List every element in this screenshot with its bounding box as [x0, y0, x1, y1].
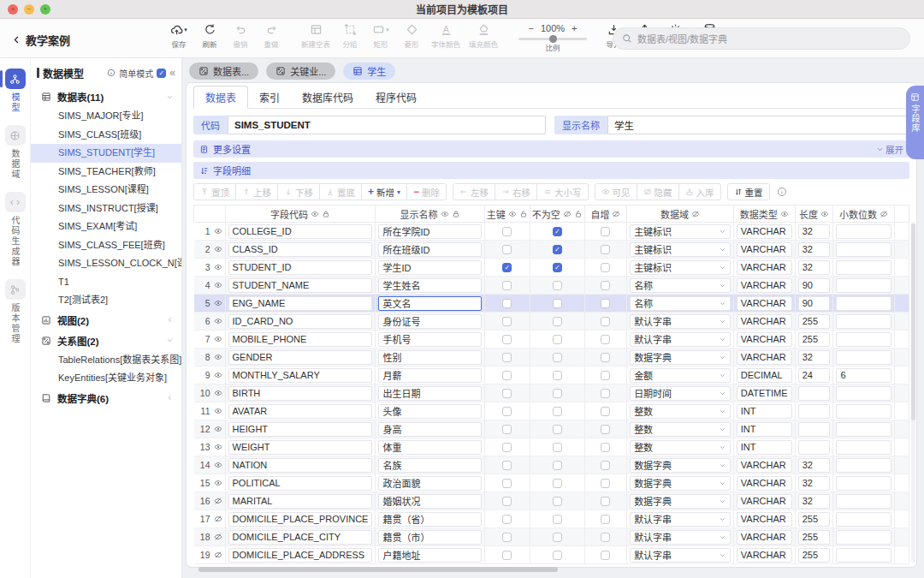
- field-code-input[interactable]: GENDER: [228, 350, 373, 365]
- global-search-input[interactable]: 数据表/视图/数据字典: [613, 27, 910, 50]
- eye-icon[interactable]: [214, 425, 222, 433]
- data-domain-select[interactable]: 日期时间: [630, 386, 731, 401]
- field-code-input[interactable]: HEIGHT: [228, 422, 373, 437]
- auto-increment-checkbox[interactable]: [601, 461, 610, 470]
- field-name-input[interactable]: 英文名: [378, 296, 481, 311]
- scale-input[interactable]: [836, 314, 891, 329]
- field-row-MONTHLY_SALARY[interactable]: 9MONTHLY_SALARY月薪金额DECIMAL246: [194, 366, 909, 384]
- data-type-input[interactable]: DATETIME: [737, 386, 792, 401]
- field-code-input[interactable]: WEIGHT: [228, 440, 373, 455]
- auto-increment-checkbox[interactable]: [601, 281, 610, 290]
- not-null-checkbox[interactable]: [553, 425, 562, 434]
- zoom-out-button[interactable]: −: [528, 23, 533, 33]
- tree-item[interactable]: KeyEntities[关键业务对象]: [31, 369, 181, 388]
- field-name-input[interactable]: 头像: [378, 404, 481, 419]
- field-code-input[interactable]: STUDENT_NAME: [228, 278, 373, 293]
- column-header-数据域[interactable]: 数据域: [627, 206, 734, 223]
- auto-increment-checkbox[interactable]: [601, 263, 610, 272]
- length-input[interactable]: [798, 386, 831, 401]
- field-row-DOMICILE_PLACE_ADDRESS[interactable]: 19DOMICILE_PLACE_ADDRESS户籍地址默认字串VARCHAR2…: [194, 546, 909, 564]
- auto-increment-checkbox[interactable]: [601, 227, 610, 236]
- eye-icon[interactable]: [820, 210, 829, 218]
- auto-increment-checkbox[interactable]: [601, 353, 610, 362]
- not-null-checkbox[interactable]: [553, 335, 562, 344]
- diamond-button[interactable]: 菱形: [399, 22, 424, 49]
- eye-icon[interactable]: [214, 407, 222, 415]
- grid-button-入库[interactable]: 入库: [679, 183, 721, 200]
- detail-tab-程序代码[interactable]: 程序代码: [364, 86, 428, 108]
- unlock-icon[interactable]: [574, 210, 583, 218]
- scale-input[interactable]: 6: [836, 368, 891, 383]
- display-name-input[interactable]: 学生: [607, 116, 909, 134]
- scale-input[interactable]: [836, 332, 891, 347]
- scale-input[interactable]: [836, 278, 891, 293]
- field-name-input[interactable]: 出生日期: [378, 386, 481, 401]
- eye-icon[interactable]: [214, 317, 222, 325]
- back-project-button[interactable]: 教学案例: [12, 32, 70, 48]
- data-domain-select[interactable]: 主键标识: [630, 260, 731, 275]
- not-null-checkbox[interactable]: [553, 551, 562, 560]
- primary-key-checkbox[interactable]: [502, 443, 512, 452]
- field-name-input[interactable]: 身高: [378, 422, 481, 437]
- field-code-input[interactable]: DOMICILE_PLACE_PROVINCE: [228, 512, 373, 527]
- auto-increment-checkbox[interactable]: [601, 335, 610, 344]
- auto-increment-checkbox[interactable]: [601, 407, 610, 416]
- field-row-AVATAR[interactable]: 11AVATAR头像整数INT: [194, 402, 909, 420]
- rail-item-version-manage[interactable]: 版本管理: [0, 279, 30, 344]
- tree-section-views[interactable]: 视图(2): [31, 310, 181, 331]
- auto-increment-checkbox[interactable]: [601, 425, 610, 434]
- length-input[interactable]: 255: [798, 530, 831, 545]
- tree-item[interactable]: T1: [31, 273, 181, 292]
- primary-key-checkbox[interactable]: [502, 317, 512, 326]
- length-input[interactable]: 24: [798, 368, 831, 383]
- not-null-checkbox[interactable]: [553, 371, 562, 380]
- eye-icon[interactable]: [214, 227, 222, 235]
- not-null-checkbox[interactable]: [553, 245, 562, 254]
- data-type-input[interactable]: VARCHAR: [737, 476, 792, 491]
- eye-off-icon[interactable]: [214, 497, 222, 505]
- data-domain-select[interactable]: 整数: [630, 404, 731, 419]
- not-null-checkbox[interactable]: [553, 317, 562, 326]
- primary-key-checkbox[interactable]: [502, 533, 512, 542]
- data-type-input[interactable]: VARCHAR: [737, 260, 792, 275]
- length-input[interactable]: [798, 404, 831, 419]
- not-null-checkbox[interactable]: [553, 407, 562, 416]
- data-type-input[interactable]: VARCHAR: [737, 530, 792, 545]
- grid-button-可见[interactable]: 可见: [595, 183, 637, 200]
- field-row-DOMICILE_PLACE_CITY[interactable]: 18DOMICILE_PLACE_CITY籍贯（市）默认字串VARCHAR255: [194, 528, 909, 546]
- chevron-down-icon[interactable]: [719, 408, 726, 415]
- field-name-input[interactable]: 婚姻状况: [378, 494, 481, 509]
- tree-item[interactable]: TableRelations[数据表关系图]: [31, 351, 181, 370]
- chevron-down-icon[interactable]: [719, 480, 726, 487]
- grid-button-大小写[interactable]: 大小写: [537, 183, 589, 200]
- eye-icon[interactable]: [311, 210, 319, 218]
- not-null-checkbox[interactable]: [553, 353, 562, 362]
- primary-key-checkbox[interactable]: [502, 407, 512, 416]
- column-header-blank[interactable]: [894, 206, 909, 223]
- primary-key-checkbox[interactable]: [502, 479, 512, 488]
- field-name-input[interactable]: 体重: [378, 440, 481, 455]
- auto-increment-checkbox[interactable]: [601, 497, 610, 506]
- field-code-input[interactable]: MONTHLY_SALARY: [228, 368, 373, 383]
- field-code-input[interactable]: DOMICILE_PLACE_CITY: [228, 530, 373, 545]
- data-type-input[interactable]: VARCHAR: [737, 350, 792, 365]
- eye-icon[interactable]: [214, 335, 222, 343]
- eye-off-icon[interactable]: [214, 551, 222, 559]
- zoom-window-button[interactable]: +: [40, 4, 50, 15]
- grid-button-置顶[interactable]: 置顶: [193, 183, 236, 200]
- eye-icon[interactable]: [508, 210, 517, 218]
- field-name-input[interactable]: 学生姓名: [378, 278, 481, 293]
- field-name-input[interactable]: 身份证号: [378, 314, 481, 329]
- chevron-down-icon[interactable]: [719, 336, 726, 343]
- rail-item-data-domain[interactable]: 数据域: [0, 125, 30, 180]
- data-type-input[interactable]: VARCHAR: [737, 296, 792, 311]
- field-name-input[interactable]: 性别: [378, 350, 481, 365]
- scale-input[interactable]: [836, 350, 891, 365]
- rail-item-code-generator[interactable]: 代码生成器: [0, 192, 30, 267]
- simple-mode-checkbox[interactable]: [157, 69, 166, 78]
- not-null-checkbox[interactable]: [553, 515, 562, 524]
- auto-increment-checkbox[interactable]: [601, 515, 610, 524]
- data-domain-select[interactable]: 默认字串: [630, 332, 731, 347]
- font-color-button[interactable]: A字体颜色: [429, 22, 462, 49]
- chevron-down-icon[interactable]: [719, 264, 726, 271]
